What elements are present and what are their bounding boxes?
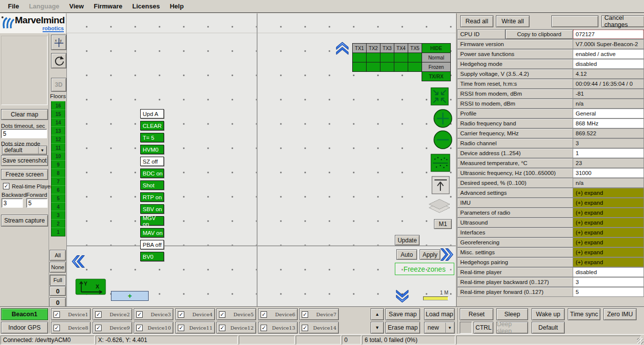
- tx-cell-tx5-normal[interactable]: [408, 53, 422, 62]
- floor-button-8[interactable]: 8: [51, 169, 65, 177]
- param-value[interactable]: 00:09:44 / 16:35:04 / 0: [573, 79, 644, 89]
- param-value[interactable]: disabled: [573, 59, 644, 69]
- checkbox-checked-icon[interactable]: ✓: [261, 325, 267, 331]
- forward-input[interactable]: [26, 198, 48, 208]
- tx-cell-tx4-normal[interactable]: [394, 53, 408, 62]
- wake-up-button[interactable]: Wake up: [532, 308, 565, 320]
- write-all-button[interactable]: Write all: [496, 15, 530, 27]
- floors-none-button[interactable]: None: [50, 262, 66, 273]
- menu-firmware[interactable]: Firmware: [89, 1, 127, 11]
- floor-button-3[interactable]: 3: [51, 211, 65, 220]
- pan-left-icon[interactable]: [72, 255, 85, 268]
- view-3d-button[interactable]: 3D: [51, 78, 66, 92]
- param-value[interactable]: (+) expand: [573, 188, 644, 198]
- param-value[interactable]: -81: [573, 89, 644, 99]
- param-value[interactable]: (+) expand: [573, 218, 644, 228]
- checkbox-checked-icon[interactable]: ✓: [178, 311, 184, 318]
- tool-hvm0[interactable]: HVM0: [140, 145, 164, 154]
- tool-t-5[interactable]: T= 5: [140, 133, 164, 142]
- stream-capture-button[interactable]: Stream capture: [1, 215, 48, 227]
- device-toggle-device7[interactable]: ✓Device7: [299, 308, 339, 320]
- menu-help[interactable]: Help: [165, 1, 189, 11]
- auto-button[interactable]: Auto: [396, 249, 417, 260]
- floor-button-2[interactable]: 2: [51, 219, 65, 228]
- pan-down-icon[interactable]: [396, 289, 409, 303]
- device-toggle-device14[interactable]: ✓Device14: [299, 322, 339, 334]
- tx-cell-tx4-frozen[interactable]: [394, 62, 408, 72]
- param-value[interactable]: disabled: [573, 267, 644, 277]
- load-map-button[interactable]: Load map: [424, 308, 455, 320]
- device-toggle-device4[interactable]: ✓Device4: [175, 308, 215, 320]
- param-value[interactable]: V7.000i Super-Beacon-2: [573, 39, 644, 49]
- add-submap-button[interactable]: +: [111, 291, 149, 301]
- checkbox-checked-icon[interactable]: ✓: [136, 325, 143, 331]
- floor-button-1[interactable]: 1: [51, 228, 65, 236]
- blank-button[interactable]: [551, 15, 598, 27]
- zero-imu-button[interactable]: Zero IMU: [603, 308, 637, 320]
- tx-col-tx5[interactable]: TX5: [408, 43, 422, 53]
- device-toggle-device6[interactable]: ✓Device6: [258, 308, 298, 320]
- floors-all-button[interactable]: All: [50, 250, 66, 261]
- default-button[interactable]: Default: [532, 322, 565, 334]
- tx-cell-tx1-normal[interactable]: [352, 53, 367, 62]
- floor-button-16[interactable]: 16: [51, 101, 65, 110]
- menu-file[interactable]: File: [3, 1, 24, 11]
- param-value[interactable]: n/a: [573, 178, 644, 188]
- device-toggle-device11[interactable]: ✓Device11: [175, 322, 215, 334]
- copy-to-clipboard-button[interactable]: Copy to clipboard: [505, 29, 573, 39]
- zoom-in-button[interactable]: [433, 109, 453, 128]
- layers-button[interactable]: [428, 198, 451, 215]
- tx-col-tx2[interactable]: TX2: [366, 43, 380, 53]
- checkbox-checked-icon[interactable]: ✓: [95, 311, 102, 318]
- checkbox-checked-icon[interactable]: ✓: [302, 325, 308, 331]
- device-toggle-device10[interactable]: ✓Device10: [134, 322, 173, 334]
- param-value[interactable]: (+) expand: [573, 247, 644, 257]
- param-value[interactable]: (+) expand: [573, 198, 644, 208]
- deep-sleep-button[interactable]: Deep sleep: [496, 322, 528, 334]
- tool-clear[interactable]: CLEAR: [140, 121, 164, 130]
- floor-button-15[interactable]: 15: [51, 110, 65, 118]
- floor-button-9[interactable]: 9: [51, 160, 65, 169]
- tool-bv0[interactable]: BV0: [140, 252, 164, 261]
- tool-mav-on[interactable]: MAV on: [140, 228, 164, 237]
- floor-button-6[interactable]: 6: [51, 185, 65, 194]
- floor-button-13[interactable]: 13: [51, 126, 65, 135]
- floors-full-button[interactable]: Full: [50, 275, 66, 286]
- realtime-player-toggle[interactable]: ✓ Real-time Player: [3, 183, 52, 189]
- devices-scroll-down-button[interactable]: ▼: [371, 322, 384, 334]
- param-value[interactable]: 868 MHz: [573, 118, 644, 128]
- tool-shot[interactable]: Shot: [140, 180, 164, 190]
- param-value[interactable]: (+) expand: [573, 237, 644, 247]
- tool-sbv-on[interactable]: SBV on: [140, 204, 164, 214]
- reset-button[interactable]: Reset: [460, 308, 493, 320]
- floor-button-11[interactable]: 11: [51, 143, 65, 152]
- tx-cell-tx2-frozen[interactable]: [366, 62, 380, 72]
- tx-row-frozen[interactable]: Frozen: [422, 62, 451, 72]
- tx-col-tx4[interactable]: TX4: [394, 43, 408, 53]
- device-toggle-device9[interactable]: ✓Device9: [93, 322, 132, 334]
- tool-bdc-on[interactable]: BDC on: [140, 169, 164, 178]
- clear-map-button[interactable]: Clear map: [1, 109, 48, 120]
- param-value[interactable]: 23: [573, 158, 644, 168]
- checkbox-checked-icon[interactable]: ✓: [95, 325, 102, 331]
- param-value[interactable]: 3: [573, 277, 644, 287]
- dots-display-button[interactable]: [430, 154, 450, 172]
- floor-button-7[interactable]: 7: [51, 177, 65, 186]
- param-value[interactable]: 1: [573, 148, 644, 158]
- menu-view[interactable]: View: [64, 1, 89, 11]
- ctrl-button[interactable]: CTRL: [474, 322, 493, 334]
- rotate-view-button[interactable]: [51, 53, 66, 68]
- checkbox-checked-icon[interactable]: ✓: [178, 325, 184, 331]
- realtime-player-checkbox[interactable]: ✓: [3, 183, 9, 189]
- param-value[interactable]: 5: [573, 287, 644, 297]
- send-to-top-button[interactable]: [431, 176, 450, 194]
- cancel-changes-button[interactable]: Cancel changes: [601, 15, 644, 27]
- param-value[interactable]: (+) expand: [573, 257, 644, 267]
- save-screenshot-button[interactable]: Save screenshot: [1, 155, 48, 166]
- param-value[interactable]: 072127: [573, 29, 644, 39]
- floor-button-14[interactable]: 14: [51, 118, 65, 127]
- fit-to-screen-button[interactable]: [430, 87, 449, 106]
- param-value[interactable]: enabled / active: [573, 49, 644, 59]
- device-toggle-device13[interactable]: ✓Device13: [258, 322, 298, 334]
- tx-txrx-button[interactable]: TX/RX: [422, 71, 451, 81]
